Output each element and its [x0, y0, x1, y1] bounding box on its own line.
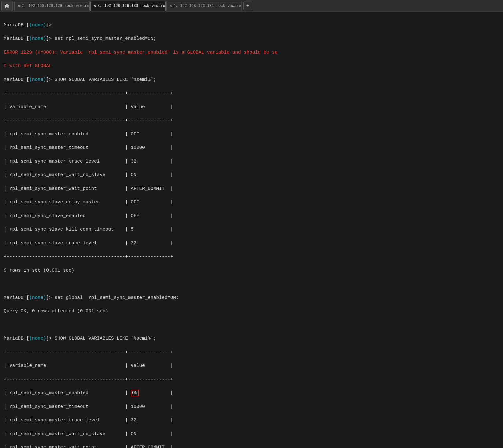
line-11: | rpl_semi_sync_master_trace_level | 32 …	[4, 158, 499, 165]
line-1: MariaDB [(none)]>	[4, 22, 499, 29]
tab-bar: ⚙ 2. 192.168.126.129 rock-vmwaresta... ✕…	[0, 0, 503, 12]
line-23	[4, 322, 499, 329]
tab-3[interactable]: ⚙ 4. 192.168.126.131 rock-vmwarestat... …	[166, 1, 241, 11]
line-13: | rpl_semi_sync_master_wait_point | AFTE…	[4, 185, 499, 192]
tab-2[interactable]: ⚙ 3. 192.168.126.130 rock-vmwarestat... …	[90, 1, 166, 11]
line-21: MariaDB [(none)]> set global rpl_semi_sy…	[4, 294, 499, 301]
line-20	[4, 281, 499, 288]
line-12: | rpl_semi_sync_master_wait_no_slave | O…	[4, 172, 499, 179]
line-4: t with SET GLOBAL	[4, 63, 499, 70]
line-7: | Variable_name | Value |	[4, 104, 499, 111]
new-tab-button[interactable]: +	[243, 2, 252, 10]
line-9: | rpl_semi_sync_master_enabled | OFF |	[4, 131, 499, 138]
line-16: | rpl_semi_sync_slave_kill_conn_timeout …	[4, 226, 499, 233]
line-30: | rpl_semi_sync_master_trace_level | 32 …	[4, 417, 499, 424]
home-button[interactable]	[1, 1, 13, 11]
tab-3-label: 4. 192.168.126.131 rock-vmwarestat...	[173, 4, 241, 8]
line-15: | rpl_semi_sync_slave_enabled | OFF |	[4, 213, 499, 220]
tab-3-icon: ⚙	[170, 4, 172, 8]
tab-2-icon: ⚙	[94, 4, 96, 8]
line-31: | rpl_semi_sync_master_wait_no_slave | O…	[4, 431, 499, 438]
line-14: | rpl_semi_sync_slave_delay_master | OFF…	[4, 199, 499, 206]
line-29: | rpl_semi_sync_master_timeout | 10000 |	[4, 404, 499, 410]
line-2: MariaDB [(none)]> set rpl_semi_sync_mast…	[4, 35, 499, 42]
line-6: +---------------------------------------…	[4, 90, 499, 97]
tab-2-label: 3. 192.168.126.130 rock-vmwarestat...	[98, 4, 166, 8]
line-5: MariaDB [(none)]> SHOW GLOBAL VARIABLES …	[4, 76, 499, 83]
line-27: +---------------------------------------…	[4, 376, 499, 383]
line-25: +---------------------------------------…	[4, 349, 499, 356]
on-highlight: ON	[131, 390, 139, 396]
line-32: | rpl_semi_sync_master_wait_point | AFTE…	[4, 444, 499, 448]
tab-1[interactable]: ⚙ 2. 192.168.126.129 rock-vmwaresta... ✕	[14, 1, 90, 11]
line-28: | rpl_semi_sync_master_enabled | ON |	[4, 390, 499, 397]
terminal-output[interactable]: MariaDB [(none)]> MariaDB [(none)]> set …	[0, 12, 503, 448]
line-22: Query OK, 0 rows affected (0.001 sec)	[4, 308, 499, 315]
line-10: | rpl_semi_sync_master_timeout | 10000 |	[4, 144, 499, 151]
line-17: | rpl_semi_sync_slave_trace_level | 32 |	[4, 240, 499, 247]
tab-1-label: 2. 192.168.126.129 rock-vmwaresta...	[22, 4, 90, 8]
line-8: +---------------------------------------…	[4, 117, 499, 124]
line-3: ERROR 1229 (HY000): Variable 'rpl_semi_s…	[4, 49, 499, 56]
tab-1-icon: ⚙	[18, 4, 20, 8]
line-18: +---------------------------------------…	[4, 253, 499, 260]
line-24: MariaDB [(none)]> SHOW GLOBAL VARIABLES …	[4, 335, 499, 342]
line-19: 9 rows in set (0.001 sec)	[4, 267, 499, 274]
line-26: | Variable_name | Value |	[4, 362, 499, 369]
